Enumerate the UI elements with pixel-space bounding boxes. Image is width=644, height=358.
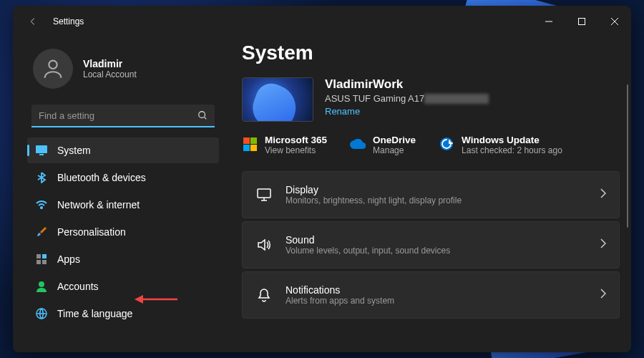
device-block: VladimirWork ASUS TUF Gaming A17 Rename <box>242 77 620 122</box>
paintbrush-icon <box>36 226 47 238</box>
card-sub: Alerts from apps and system <box>286 296 394 306</box>
sidebar-item-personalisation[interactable]: Personalisation <box>27 219 219 245</box>
card-sound[interactable]: Sound Volume levels, output, input, soun… <box>242 221 620 268</box>
quick-sub: Manage <box>373 145 416 155</box>
profile-name: Vladimir <box>83 58 137 69</box>
quick-title: Microsoft 365 <box>265 135 327 145</box>
card-title: Display <box>286 184 462 195</box>
card-sub: Monitors, brightness, night light, displ… <box>286 195 462 205</box>
display-icon <box>36 145 47 156</box>
device-model: ASUS TUF Gaming A17 <box>325 93 424 104</box>
scrollbar[interactable] <box>627 84 628 228</box>
quick-microsoft-365[interactable]: Microsoft 365 View benefits <box>242 135 327 155</box>
speaker-icon <box>255 238 273 251</box>
nav-label: Bluetooth & devices <box>57 172 146 183</box>
close-icon <box>611 18 618 25</box>
bluetooth-icon <box>36 172 47 183</box>
rename-link[interactable]: Rename <box>325 106 489 117</box>
nav-label: Personalisation <box>57 226 126 238</box>
update-icon <box>439 136 454 152</box>
back-button[interactable] <box>24 13 42 30</box>
maximize-button[interactable] <box>565 10 598 33</box>
bell-icon <box>255 288 273 302</box>
quick-sub: Last checked: 2 hours ago <box>462 145 562 155</box>
nav-label: Accounts <box>57 281 99 292</box>
sidebar: Vladimir Local Account System <box>13 37 228 352</box>
maximize-icon <box>578 18 585 25</box>
minimize-button[interactable] <box>532 10 565 33</box>
page-heading: System <box>242 42 620 64</box>
main-content: System VladimirWork ASUS TUF Gaming A17 … <box>228 37 631 352</box>
svg-rect-7 <box>42 254 47 258</box>
svg-rect-0 <box>579 19 585 25</box>
settings-card-list: Display Monitors, brightness, night ligh… <box>242 171 620 319</box>
search-icon <box>197 110 208 123</box>
svg-point-2 <box>199 112 205 118</box>
nav-label: Time & language <box>57 308 132 319</box>
chevron-right-icon <box>600 188 606 201</box>
sidebar-item-apps[interactable]: Apps <box>27 246 219 272</box>
device-name: VladimirWork <box>325 77 489 92</box>
card-sub: Volume levels, output, input, sound devi… <box>286 246 450 256</box>
chevron-right-icon <box>600 238 606 251</box>
wifi-icon <box>36 199 47 211</box>
microsoft-logo-icon <box>242 136 258 152</box>
desktop-thumbnail[interactable] <box>242 77 313 122</box>
search-field[interactable] <box>31 105 215 127</box>
quick-windows-update[interactable]: Windows Update Last checked: 2 hours ago <box>439 135 562 155</box>
nav-label: Network & internet <box>57 199 140 211</box>
card-display[interactable]: Display Monitors, brightness, night ligh… <box>242 171 620 218</box>
svg-rect-8 <box>36 260 41 264</box>
svg-point-10 <box>39 281 44 287</box>
quick-title: Windows Update <box>462 135 562 145</box>
svg-rect-3 <box>36 145 47 153</box>
svg-rect-13 <box>258 189 270 198</box>
svg-rect-6 <box>36 254 41 258</box>
sidebar-item-accounts[interactable]: Accounts <box>27 274 219 299</box>
search-input[interactable] <box>31 105 215 127</box>
sidebar-item-network[interactable]: Network & internet <box>27 192 219 218</box>
nav-label: Apps <box>57 253 80 265</box>
svg-point-5 <box>41 207 42 208</box>
svg-point-1 <box>49 61 57 69</box>
svg-rect-9 <box>42 260 47 264</box>
person-icon <box>36 281 47 292</box>
card-notifications[interactable]: Notifications Alerts from apps and syste… <box>242 271 620 319</box>
user-icon <box>41 57 65 81</box>
sidebar-item-system[interactable]: System <box>27 137 219 163</box>
nav-list: System Bluetooth & devices Network & int… <box>27 137 219 326</box>
sidebar-item-time[interactable]: Time & language <box>27 301 219 326</box>
quick-sub: View benefits <box>265 145 327 155</box>
quick-links: Microsoft 365 View benefits OneDrive Man… <box>242 135 620 155</box>
quick-onedrive[interactable]: OneDrive Manage <box>350 135 416 155</box>
minimize-icon <box>545 18 552 25</box>
window-title: Settings <box>53 16 84 26</box>
card-title: Sound <box>286 234 450 246</box>
svg-rect-4 <box>39 154 44 155</box>
settings-window: Settings Vladimir Local Account <box>13 6 631 352</box>
globe-clock-icon <box>36 308 47 319</box>
apps-icon <box>36 253 47 265</box>
avatar <box>33 49 73 89</box>
card-title: Notifications <box>286 284 394 296</box>
nav-label: System <box>57 145 91 156</box>
cloud-icon <box>350 136 366 152</box>
redacted-text <box>424 94 489 104</box>
quick-title: OneDrive <box>373 135 416 145</box>
monitor-icon <box>255 188 273 201</box>
chevron-right-icon <box>600 289 606 301</box>
titlebar: Settings <box>13 6 631 37</box>
profile-account-type: Local Account <box>83 69 137 79</box>
close-button[interactable] <box>598 10 631 33</box>
sidebar-item-bluetooth[interactable]: Bluetooth & devices <box>27 165 219 190</box>
arrow-left-icon <box>28 16 38 26</box>
profile-block[interactable]: Vladimir Local Account <box>27 43 219 100</box>
